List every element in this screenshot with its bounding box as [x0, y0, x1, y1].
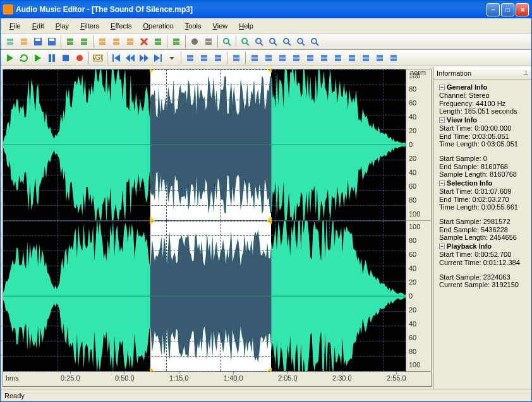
cut-icon[interactable] — [124, 35, 136, 48]
delete-icon[interactable] — [138, 35, 150, 48]
paste-icon[interactable] — [110, 35, 123, 48]
sel-reduce-icon[interactable] — [387, 52, 400, 64]
maximize-button[interactable]: □ — [501, 3, 514, 16]
sel-invert-icon[interactable] — [304, 52, 317, 64]
undo-icon[interactable] — [64, 35, 76, 48]
menu-filters[interactable]: Filters — [75, 21, 104, 31]
sel-trim-icon[interactable] — [290, 52, 303, 64]
dropdown-icon[interactable] — [166, 52, 178, 64]
sel-end-icon[interactable] — [248, 52, 261, 64]
goto-start-icon[interactable] — [110, 52, 123, 64]
sel-play-icon[interactable] — [276, 52, 289, 64]
scale-tick: 20 — [409, 278, 416, 286]
mix-icon[interactable] — [152, 35, 164, 48]
svg-marker-53 — [144, 54, 148, 62]
zoom-vert-icon[interactable] — [308, 35, 321, 48]
menu-tools[interactable]: Tools — [180, 21, 207, 31]
waveform-display[interactable] — [3, 69, 406, 372]
info-panel: Information ⊥ −General InfoChannel: Ster… — [433, 67, 531, 389]
svg-marker-49 — [114, 54, 120, 62]
agc-icon[interactable]: AGC — [92, 52, 104, 64]
scale-tick: 60 — [409, 182, 416, 190]
info-row: Current Time: 0:01:12.384 — [439, 259, 526, 266]
sel-start-icon[interactable] — [230, 52, 243, 64]
waveform-track-left[interactable] — [3, 69, 406, 221]
scale-tick: 40 — [409, 113, 416, 121]
section-title: View Info — [447, 116, 477, 124]
waveform-panel: norm100806040200204060801001008060402002… — [1, 67, 433, 389]
waveform-track-right[interactable] — [3, 221, 406, 372]
zoom-left-icon[interactable] — [281, 35, 293, 48]
scale-tick: 40 — [409, 264, 416, 272]
toolbar-2: AGC — [1, 50, 531, 66]
menu-operation[interactable]: Operation — [138, 21, 179, 31]
open-icon[interactable] — [18, 35, 30, 48]
close-button[interactable]: ✕ — [516, 3, 529, 16]
menu-view[interactable]: View — [208, 21, 233, 31]
titlebar[interactable]: Audio Music Editor - [The Sound Of Silen… — [1, 1, 531, 18]
copy-icon[interactable] — [96, 35, 109, 48]
menu-file[interactable]: File — [4, 21, 26, 31]
save-all-icon[interactable] — [45, 35, 58, 48]
svg-point-33 — [284, 38, 289, 44]
section-title: Playback Info — [447, 242, 492, 250]
forward-icon[interactable] — [138, 52, 150, 64]
svg-line-34 — [288, 43, 291, 45]
save-icon[interactable] — [32, 35, 44, 48]
scale-tick: 80 — [409, 348, 416, 355]
collapse-icon[interactable]: − — [439, 244, 445, 249]
sel-grow-icon[interactable] — [318, 52, 330, 64]
zoom-right-icon[interactable] — [294, 35, 307, 48]
play-sel-icon[interactable] — [32, 52, 44, 64]
record-device-icon[interactable] — [202, 35, 215, 48]
rewind-icon[interactable] — [124, 52, 136, 64]
goto-end-icon[interactable] — [152, 52, 164, 64]
menu-play[interactable]: Play — [51, 21, 74, 31]
refresh-icon[interactable] — [170, 35, 183, 48]
stop-icon[interactable] — [59, 52, 72, 64]
collapse-icon[interactable]: − — [439, 85, 445, 90]
svg-marker-55 — [154, 54, 160, 62]
sel-right-icon[interactable] — [360, 52, 372, 64]
menu-edit[interactable]: Edit — [27, 21, 49, 31]
separator — [217, 35, 218, 48]
marker-add-icon[interactable] — [184, 52, 196, 64]
play-icon[interactable] — [4, 52, 16, 64]
sel-expand-icon[interactable] — [373, 52, 386, 64]
record-btn-icon[interactable] — [73, 52, 86, 64]
svg-rect-7 — [49, 38, 54, 41]
svg-marker-51 — [130, 54, 135, 62]
collapse-icon[interactable]: − — [439, 180, 445, 186]
zoom-full-icon[interactable] — [253, 35, 265, 48]
zoom-sel-icon[interactable] — [267, 35, 279, 48]
time-tick: 0:25.0 — [61, 374, 80, 382]
zoom-out-icon[interactable] — [239, 35, 251, 48]
sel-shrink-icon[interactable] — [332, 52, 344, 64]
loop-icon[interactable] — [18, 52, 30, 64]
svg-marker-41 — [35, 54, 41, 62]
section-playback[interactable]: −Playback Info — [439, 242, 526, 250]
marker-del-icon[interactable] — [198, 52, 210, 64]
section-view[interactable]: −View Info — [439, 116, 526, 124]
menu-effects[interactable]: Effects — [106, 21, 136, 31]
marker-list-icon[interactable] — [212, 52, 224, 64]
time-ruler[interactable]: hms0:25.00:50.01:15.01:40.02:05.02:30.02… — [3, 372, 432, 387]
waveform-svg — [3, 221, 406, 372]
section-selection[interactable]: −Selection Info — [439, 179, 526, 187]
info-row: Start Time: 0:01:07.609 — [439, 187, 526, 195]
record-icon[interactable] — [188, 35, 201, 48]
section-general[interactable]: −General Info — [439, 83, 526, 91]
collapse-icon[interactable]: − — [439, 117, 445, 123]
minimize-button[interactable]: – — [487, 3, 500, 16]
svg-point-35 — [298, 38, 303, 44]
separator — [167, 35, 167, 48]
menu-help[interactable]: Help — [234, 21, 258, 31]
redo-icon[interactable] — [78, 35, 90, 48]
scale-tick: 80 — [409, 196, 416, 204]
pin-icon[interactable]: ⊥ — [523, 69, 529, 76]
zoom-in-icon[interactable] — [221, 35, 233, 48]
pause-icon[interactable] — [45, 52, 58, 64]
new-file-icon[interactable] — [4, 35, 16, 48]
sel-left-icon[interactable] — [346, 52, 358, 64]
sel-all-icon[interactable] — [262, 52, 275, 64]
